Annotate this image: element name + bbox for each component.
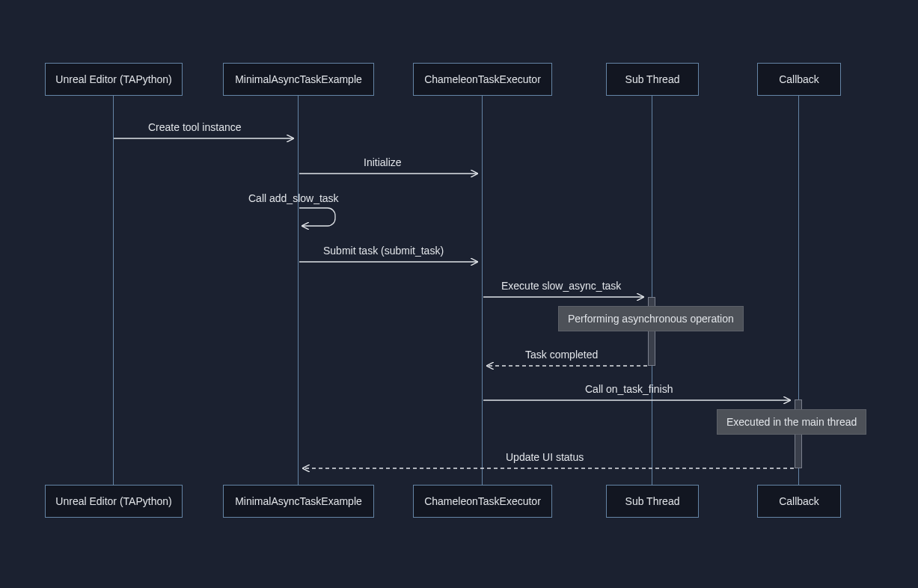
participant-label: Sub Thread <box>625 73 680 85</box>
message-initialize: Initialize <box>364 156 402 168</box>
lifeline-p3 <box>482 96 483 485</box>
participant-label: Callback <box>779 495 819 507</box>
participant-label: Unreal Editor (TAPython) <box>55 495 171 507</box>
participant-bottom-p3: ChameleonTaskExecutor <box>413 485 552 518</box>
lifeline-p1 <box>113 96 114 485</box>
lifeline-p4 <box>652 96 652 485</box>
participant-label: Unreal Editor (TAPython) <box>55 73 171 85</box>
participant-top-p4: Sub Thread <box>606 63 699 96</box>
participant-bottom-p4: Sub Thread <box>606 485 699 518</box>
message-update-ui-status: Update UI status <box>506 451 584 463</box>
message-task-completed: Task completed <box>525 349 598 361</box>
message-submit-task: Submit task (submit_task) <box>323 245 444 257</box>
participant-bottom-p1: Unreal Editor (TAPython) <box>45 485 183 518</box>
participant-label: Callback <box>779 73 819 85</box>
participant-top-p5: Callback <box>757 63 841 96</box>
participant-bottom-p2: MinimalAsyncTaskExample <box>223 485 374 518</box>
message-execute-slow-async: Execute slow_async_task <box>501 280 621 292</box>
participant-top-p3: ChameleonTaskExecutor <box>413 63 552 96</box>
message-call-on-task-finish: Call on_task_finish <box>585 383 673 395</box>
message-create-tool-instance: Create tool instance <box>148 121 242 133</box>
note-performing-async: Performing asynchronous operation <box>558 306 744 331</box>
lifeline-p2 <box>298 96 299 485</box>
message-call-add-slow-task: Call add_slow_task <box>248 192 339 204</box>
participant-bottom-p5: Callback <box>757 485 841 518</box>
participant-label: MinimalAsyncTaskExample <box>235 495 362 507</box>
note-executed-main-thread: Executed in the main thread <box>717 409 866 435</box>
participant-label: MinimalAsyncTaskExample <box>235 73 362 85</box>
sequence-diagram: Unreal Editor (TAPython) MinimalAsyncTas… <box>0 0 918 588</box>
participant-top-p1: Unreal Editor (TAPython) <box>45 63 183 96</box>
participant-top-p2: MinimalAsyncTaskExample <box>223 63 374 96</box>
participant-label: ChameleonTaskExecutor <box>424 495 541 507</box>
participant-label: Sub Thread <box>625 495 680 507</box>
participant-label: ChameleonTaskExecutor <box>424 73 541 85</box>
